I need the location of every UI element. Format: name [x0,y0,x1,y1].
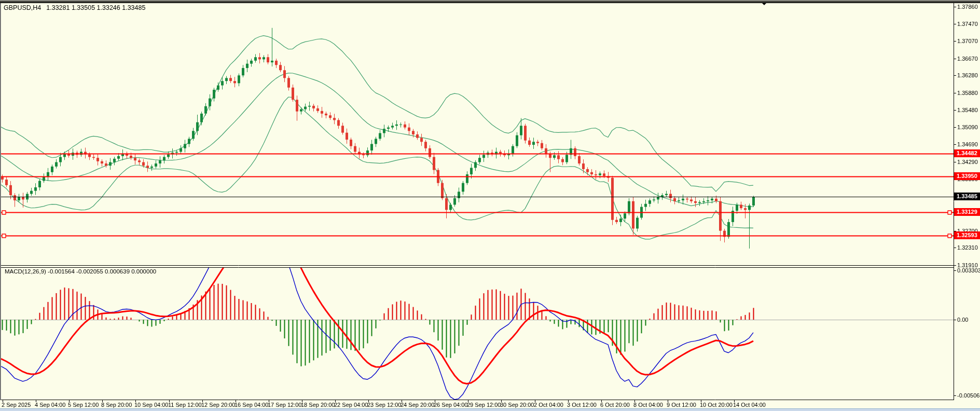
price-tick-label: 1.35880 [957,90,978,96]
window-top-border [0,0,980,3]
current-price-badge: 1.33485 [954,193,980,200]
time-label: 26 Sep 04:00 [434,402,467,408]
time-label: 5 Sep 12:00 [68,402,99,408]
macd-tick-label: 0.003303 [957,267,980,273]
price-tick-label: 1.36670 [957,56,978,62]
price-tick-label: 1.34690 [957,141,978,147]
time-label: 9 Oct 12:00 [667,402,696,408]
symbol-timeframe-label: GBPUSD,H4 [4,4,41,11]
time-label: 3 Oct 12:00 [567,402,597,408]
line-price-badge: 1.32593 [954,231,980,239]
time-label: 16 Sep 04:00 [234,402,268,408]
line-price-badge: 1.34482 [954,149,980,157]
time-label: 18 Sep 20:00 [301,402,335,408]
time-label: 6 Oct 20:00 [600,402,630,408]
price-tick-label: 1.34290 [957,159,978,165]
price-tick-label: 1.37470 [957,21,978,27]
time-label: 17 Sep 12:00 [268,402,301,408]
time-label: 2 Sep 2025 [2,402,31,408]
time-label: 4 Sep 04:00 [35,402,65,408]
time-label: 8 Oct 04:00 [633,402,663,408]
time-label: 30 Sep 20:00 [500,402,534,408]
macd-indicator-label: MACD(12,26,9) -0.001564 -0.002055 0.0006… [5,268,156,275]
line-price-badge: 1.33950 [954,172,980,180]
chart-title: GBPUSD,H41.33281 1.33505 1.33246 1.33485 [4,4,145,11]
time-label: 14 Oct 04:00 [733,402,766,408]
line-price-badge: 1.33129 [954,208,980,216]
time-label: 8 Sep 20:00 [101,402,132,408]
time-label: 23 Sep 12:00 [367,402,401,408]
time-label: 22 Sep 04:00 [334,402,368,408]
ohlc-readout: 1.33281 1.33505 1.33246 1.33485 [46,4,145,11]
price-tick-label: 1.36280 [957,72,978,78]
time-label: 10 Oct 20:00 [700,402,733,408]
time-label: 12 Sep 20:00 [201,402,235,408]
price-tick-label: 1.35480 [957,107,978,113]
price-tick-label: 1.35090 [957,124,978,130]
time-label: 11 Sep 12:00 [168,402,202,408]
window-bottom-border [0,408,980,411]
time-label: 29 Sep 12:00 [467,402,501,408]
price-tick-label: 1.32310 [957,244,978,251]
chart-canvas[interactable] [0,0,980,411]
macd-tick-label: -0.00506 [957,392,979,399]
time-label: 10 Sep 04:00 [134,402,168,408]
price-tick-label: 1.37070 [957,38,978,44]
macd-tick-label: 0.00 [957,317,968,323]
price-tick-label: 1.37860 [957,4,978,10]
mt4-chart-window: GBPUSD,H41.33281 1.33505 1.33246 1.33485… [0,0,980,411]
time-label: 2 Oct 04:00 [534,402,563,408]
time-label: 24 Sep 20:00 [401,402,434,408]
